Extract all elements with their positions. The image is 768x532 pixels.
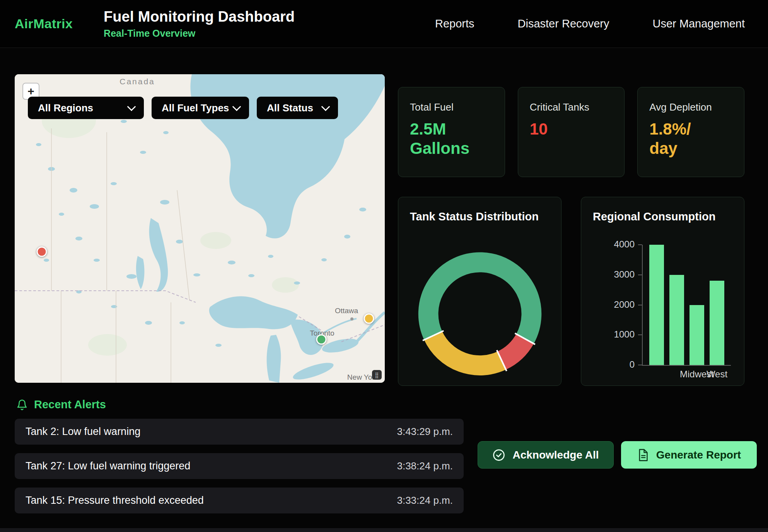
report-document-icon (637, 448, 649, 462)
donut-segment-normal (428, 262, 532, 339)
y-axis-tick-mark (638, 334, 642, 335)
filter-label: All Regions (38, 102, 93, 114)
y-axis-tick-mark (638, 275, 642, 275)
fuel-monitoring-dashboard: AirMatrix Fuel Monitoring Dashboard Real… (0, 0, 768, 532)
bar-plot: MidwestWest (642, 245, 731, 366)
stat-card-total-fuel: Total Fuel2.5M Gallons (398, 87, 505, 177)
nav-item-reports[interactable]: Reports (435, 17, 474, 30)
nav-item-disaster-recovery[interactable]: Disaster Recovery (518, 17, 609, 30)
y-axis-tick-label: 0 (581, 359, 635, 370)
attribution-grip-icon[interactable]: ⣿ (372, 370, 382, 380)
chevron-down-icon (232, 102, 241, 111)
stat-label: Critical Tanks (530, 101, 613, 113)
chevron-down-icon (127, 102, 136, 111)
bar-west: West (710, 281, 724, 365)
title-block: Fuel Monitoring Dashboard Real-Time Over… (104, 9, 295, 39)
alerts-header: Recent Alerts (16, 398, 106, 411)
alert-time: 3:43:29 p.m. (397, 426, 453, 438)
tank-status-panel: Tank Status Distribution (398, 197, 561, 386)
alert-text: Tank 27: Low fuel warning triggered (26, 460, 190, 472)
stat-value: 10 (530, 119, 599, 139)
filter-all-regions[interactable]: All Regions (28, 97, 144, 119)
alert-text: Tank 15: Pressure threshold exceeded (26, 494, 204, 506)
stat-label: Total Fuel (410, 101, 493, 113)
alert-time: 3:33:24 p.m. (397, 494, 453, 506)
stats-row: Total Fuel2.5M GallonsCritical Tanks10Av… (398, 87, 744, 177)
map-marker-warning[interactable] (364, 314, 374, 324)
stat-value: 1.8%/ day (649, 119, 719, 159)
logo[interactable]: AirMatrix (15, 16, 73, 31)
alert-text: Tank 2: Low fuel warning (26, 426, 140, 438)
map-marker-normal[interactable] (316, 334, 327, 345)
header: AirMatrix Fuel Monitoring Dashboard Real… (0, 0, 768, 48)
bar-region-2 (669, 275, 684, 365)
generate-report-label: Generate Report (656, 449, 741, 461)
generate-report-button[interactable]: Generate Report (621, 441, 757, 469)
stat-card-avg-depletion: Avg Depletion1.8%/ day (637, 87, 744, 177)
y-axis-tick-mark (638, 244, 642, 245)
donut-segment-warning (433, 336, 502, 365)
page-subtitle: Real-Time Overview (104, 28, 295, 39)
map-filter-bar: All RegionsAll Fuel TypesAll Status (28, 97, 338, 119)
filter-all-fuel-types[interactable]: All Fuel Types (152, 97, 249, 119)
header-nav: ReportsDisaster RecoveryUser Management (435, 17, 745, 30)
bar-region-1 (649, 245, 664, 365)
regional-consumption-panel: Regional Consumption 01000200030004000 M… (581, 197, 744, 386)
y-axis-tick-label: 2000 (581, 299, 635, 310)
y-axis-tick-mark (638, 305, 642, 305)
donut-segment-critical (502, 339, 525, 360)
map-markers (15, 74, 385, 383)
filter-all-status[interactable]: All Status (257, 97, 338, 119)
acknowledge-all-label: Acknowledge All (512, 449, 599, 461)
stat-card-critical-tanks: Critical Tanks10 (518, 87, 625, 177)
footer-strip (0, 528, 768, 532)
alert-list: Tank 2: Low fuel warning3:43:29 p.m.Tank… (15, 419, 464, 513)
filter-label: All Fuel Types (162, 102, 229, 114)
bell-icon (16, 399, 28, 411)
map[interactable]: Canada Ottawa Toronto New York + All Reg… (15, 74, 385, 383)
x-axis-label: West (707, 369, 727, 380)
bar-midwest: Midwest (689, 305, 704, 365)
y-axis-tick-label: 4000 (581, 239, 635, 250)
y-axis-tick-label: 3000 (581, 269, 635, 280)
acknowledge-all-button[interactable]: Acknowledge All (478, 441, 614, 469)
map-marker-critical[interactable] (36, 246, 47, 257)
y-axis-tick-label: 1000 (581, 329, 635, 340)
chevron-down-icon (321, 102, 330, 111)
nav-item-user-management[interactable]: User Management (652, 17, 745, 30)
stat-value: 2.5M Gallons (410, 119, 480, 159)
check-circle-icon (492, 448, 505, 462)
page-title: Fuel Monitoring Dashboard (104, 9, 295, 25)
alert-row: Tank 27: Low fuel warning triggered3:38:… (15, 453, 464, 479)
alert-row: Tank 2: Low fuel warning3:43:29 p.m. (15, 419, 464, 445)
donut-chart (398, 197, 561, 385)
filter-label: All Status (267, 102, 313, 114)
alert-time: 3:38:24 p.m. (397, 460, 453, 472)
stat-label: Avg Depletion (649, 101, 732, 113)
alert-row: Tank 15: Pressure threshold exceeded3:33… (15, 488, 464, 513)
y-axis-tick-mark (638, 365, 642, 365)
alerts-title: Recent Alerts (34, 398, 106, 411)
